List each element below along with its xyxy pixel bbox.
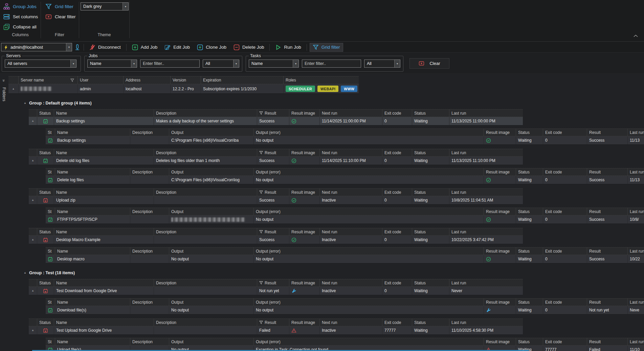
- col-description[interactable]: Description: [154, 319, 257, 326]
- col-server-name[interactable]: Server name: [19, 76, 78, 84]
- col-status-2[interactable]: Status: [412, 279, 449, 286]
- col-name[interactable]: Name: [54, 319, 154, 326]
- col-description[interactable]: Description: [154, 279, 257, 286]
- col-name[interactable]: Name: [54, 110, 154, 117]
- toolbar-grid-filter-button[interactable]: Grid filter: [310, 43, 343, 52]
- tcol-description[interactable]: Description: [130, 338, 169, 345]
- col-result[interactable]: Result: [257, 110, 289, 117]
- tcol-result[interactable]: Result: [587, 248, 628, 255]
- chevron-down-icon[interactable]: ▾: [66, 43, 72, 51]
- col-status[interactable]: Status: [37, 149, 54, 156]
- job-expander[interactable]: ▲: [29, 157, 37, 165]
- tcol-result-image[interactable]: Result image: [484, 208, 516, 215]
- col-next-run[interactable]: Next run: [320, 149, 382, 156]
- jobs-filter-input[interactable]: [140, 60, 200, 68]
- tcol-name[interactable]: Name: [55, 248, 130, 255]
- col-last-run[interactable]: Last run: [449, 228, 523, 235]
- col-exit-code[interactable]: Exit code: [382, 279, 412, 286]
- col-status-2[interactable]: Status: [412, 228, 449, 235]
- group-header[interactable]: ▲Group : Test (18 items): [24, 270, 644, 276]
- tcol-status[interactable]: Status: [516, 129, 543, 136]
- clear-filter-button[interactable]: Clear filter: [43, 12, 78, 21]
- tcol-result-image[interactable]: Result image: [484, 168, 516, 176]
- tcol-description[interactable]: Description: [130, 168, 169, 176]
- jobs-field-select[interactable]: Name ▾: [87, 60, 137, 68]
- tcol-status[interactable]: Status: [516, 248, 543, 255]
- tcol-st[interactable]: St: [46, 168, 55, 176]
- col-result-image[interactable]: Result image: [289, 110, 320, 117]
- job-row[interactable]: ▲Desktop Macro ExampleSuccessInactive0Wa…: [29, 236, 523, 244]
- job-expander[interactable]: ▲: [29, 326, 37, 334]
- jobs-scope-select[interactable]: All ▾: [203, 60, 239, 68]
- tcol-status[interactable]: Status: [516, 338, 543, 345]
- col-name[interactable]: Name: [54, 228, 154, 235]
- col-next-run[interactable]: Next run: [320, 319, 382, 326]
- tcol-result-image[interactable]: Result image: [484, 248, 516, 255]
- tcol-result[interactable]: Result: [587, 338, 628, 345]
- tcol-last-run[interactable]: Last run: [628, 208, 644, 215]
- col-status[interactable]: Status: [37, 279, 54, 286]
- job-row[interactable]: ▲Test Upload from Google DriveFailedInac…: [29, 326, 523, 335]
- col-result-image[interactable]: Result image: [289, 228, 320, 235]
- tcol-output[interactable]: Output: [169, 208, 254, 215]
- col-name[interactable]: Name: [54, 189, 154, 196]
- task-row[interactable]: Backup settingsC:\Program Files (x86)\Vi…: [46, 136, 644, 145]
- tasks-scope-select[interactable]: All ▾: [364, 60, 400, 68]
- col-last-run[interactable]: Last run: [449, 110, 523, 117]
- col-result-image[interactable]: Result image: [289, 279, 320, 286]
- tasks-filter-input[interactable]: [302, 60, 361, 68]
- tcol-result[interactable]: Result: [587, 129, 628, 136]
- tcol-st[interactable]: St: [46, 248, 55, 255]
- tcol-result[interactable]: Result: [587, 299, 628, 306]
- chevron-down-icon[interactable]: ▾: [70, 60, 76, 67]
- col-description[interactable]: Description: [154, 149, 257, 156]
- chevron-down-icon[interactable]: ▾: [293, 60, 298, 67]
- col-next-run[interactable]: Next run: [320, 110, 382, 117]
- tcol-output[interactable]: Output: [169, 299, 254, 306]
- chevron-down-icon[interactable]: ▾: [394, 60, 400, 67]
- col-status[interactable]: Status: [37, 319, 54, 326]
- tcol-name[interactable]: Name: [55, 168, 130, 176]
- delete-job-button[interactable]: Delete Job: [231, 43, 267, 51]
- tcol-st[interactable]: St: [46, 208, 55, 215]
- col-exit-code[interactable]: Exit code: [382, 110, 412, 117]
- tcol-last-run[interactable]: Last run: [628, 168, 644, 176]
- col-last-run[interactable]: Last run: [449, 319, 523, 326]
- col-last-run[interactable]: Last run: [449, 189, 523, 196]
- tcol-status[interactable]: Status: [516, 299, 543, 306]
- server-expander[interactable]: ▲: [8, 84, 19, 93]
- col-description[interactable]: Description: [154, 228, 257, 235]
- server-row[interactable]: ▲ admin localhost 12.2.2 - Pro Subscript…: [8, 84, 359, 94]
- tcol-output[interactable]: Output: [169, 248, 254, 255]
- servers-select[interactable]: All servers ▾: [5, 60, 76, 68]
- tcol-output-error-[interactable]: Output (error): [254, 248, 484, 255]
- tcol-description[interactable]: Description: [130, 248, 169, 255]
- tcol-exit-code[interactable]: Exit code: [543, 168, 587, 176]
- col-status[interactable]: Status: [37, 110, 54, 117]
- tcol-status[interactable]: Status: [516, 168, 543, 176]
- clone-job-button[interactable]: Clone Job: [194, 43, 229, 51]
- clear-filters-button[interactable]: Clear: [409, 58, 449, 69]
- chevron-down-icon[interactable]: ▾: [233, 60, 239, 67]
- col-exit-code[interactable]: Exit code: [382, 149, 412, 156]
- run-job-button[interactable]: Run Job: [272, 43, 304, 51]
- tcol-last-run[interactable]: Last run: [628, 129, 644, 136]
- tcol-result[interactable]: Result: [587, 208, 628, 215]
- filter-funnel-icon[interactable]: [70, 78, 74, 82]
- col-result[interactable]: Result: [257, 189, 289, 196]
- tcol-exit-code[interactable]: Exit code: [543, 248, 587, 255]
- tcol-result-image[interactable]: Result image: [484, 299, 516, 306]
- theme-select[interactable]: Dark grey ▾: [81, 2, 129, 10]
- col-name[interactable]: Name: [54, 149, 154, 156]
- task-row[interactable]: Download file(s)No outputNo outputWaitin…: [46, 306, 644, 314]
- col-exit-code[interactable]: Exit code: [382, 319, 412, 326]
- col-description[interactable]: Description: [154, 110, 257, 117]
- tcol-output[interactable]: Output: [169, 129, 254, 136]
- tcol-description[interactable]: Description: [130, 299, 169, 306]
- disconnect-button[interactable]: Disconnect: [87, 43, 124, 51]
- tcol-exit-code[interactable]: Exit code: [543, 208, 587, 215]
- add-job-button[interactable]: Add Job: [129, 43, 160, 51]
- tcol-output-error-[interactable]: Output (error): [254, 168, 484, 176]
- tasks-field-select[interactable]: Name ▾: [249, 60, 299, 68]
- job-row[interactable]: ▲Test Download from Google DriveNot run …: [29, 287, 523, 295]
